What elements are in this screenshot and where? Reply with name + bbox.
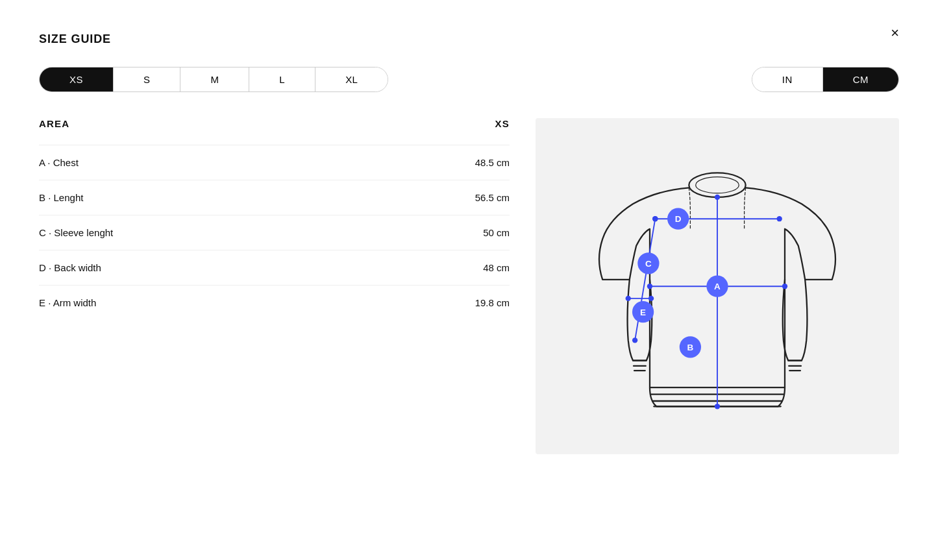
measure-row-b: B · Lenght 56.5 cm [39,180,510,215]
measure-row-e: E · Arm width 19.8 cm [39,285,510,320]
svg-text:D: D [675,214,682,224]
svg-point-9 [715,195,720,200]
svg-text:C: C [645,259,652,269]
svg-point-13 [632,337,637,343]
modal-title: SIZE GUIDE [39,32,899,46]
measure-name-b: B · Lenght [39,192,83,203]
measure-value-a: 48.5 cm [475,157,510,168]
measure-value-e: 19.8 cm [475,297,510,308]
size-tabs: XS S M L XL [39,67,388,92]
measure-name-a: A · Chest [39,157,79,168]
size-tab-xs[interactable]: XS [40,67,114,91]
measure-header: AREA XS [39,118,510,129]
svg-point-16 [648,296,654,301]
unit-tab-cm[interactable]: CM [823,67,898,91]
size-tab-xl[interactable]: XL [315,67,388,91]
controls-row: XS S M L XL IN CM [39,67,899,92]
measure-value-b: 56.5 cm [475,192,510,203]
size-guide-modal: × SIZE GUIDE XS S M L XL IN CM AREA XS A… [0,0,938,560]
size-tab-l[interactable]: L [249,67,315,91]
size-tab-s[interactable]: S [114,67,180,91]
svg-point-12 [652,216,658,221]
measure-value-d: 48 cm [483,262,510,273]
measure-row-a: A · Chest 48.5 cm [39,145,510,180]
svg-point-15 [626,296,631,301]
diagram-svg: D A B C E [549,131,886,441]
diagram-area: D A B C E [536,118,899,454]
svg-point-7 [782,284,787,289]
measure-name-d: D · Back width [39,262,101,273]
area-label: AREA [39,118,69,129]
selected-size-label: XS [495,118,510,129]
measure-name-c: C · Sleeve lenght [39,227,113,238]
unit-tabs: IN CM [752,67,899,92]
measure-name-e: E · Arm width [39,297,96,308]
measure-row-c: C · Sleeve lenght 50 cm [39,215,510,250]
svg-point-1 [696,177,739,193]
size-tab-m[interactable]: M [180,67,249,91]
close-button[interactable]: × [891,26,899,40]
svg-text:B: B [687,343,694,352]
svg-text:A: A [714,282,721,291]
measurements-panel: AREA XS A · Chest 48.5 cm B · Lenght 56.… [39,118,510,320]
svg-point-10 [715,404,720,409]
svg-text:E: E [640,308,646,317]
svg-point-6 [647,284,652,289]
content-row: AREA XS A · Chest 48.5 cm B · Lenght 56.… [39,118,899,454]
svg-point-0 [689,173,745,197]
measure-row-d: D · Back width 48 cm [39,250,510,285]
unit-tab-in[interactable]: IN [752,67,823,91]
svg-point-4 [777,216,782,221]
measure-value-c: 50 cm [483,227,510,238]
